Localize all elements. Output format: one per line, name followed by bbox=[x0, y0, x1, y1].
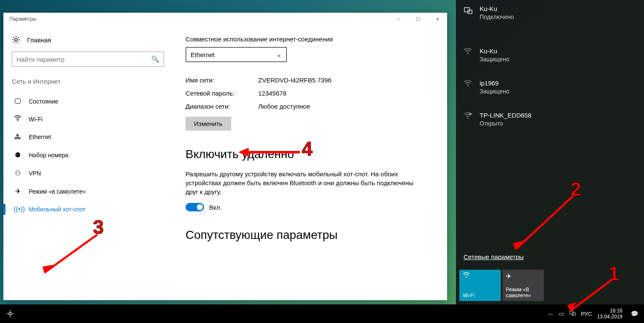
prop-key-password: Сетевой пароль: bbox=[186, 90, 258, 97]
nav-label: Wi-Fi bbox=[29, 116, 43, 123]
share-dropdown[interactable]: Ethernet ⌄ bbox=[186, 47, 287, 62]
svg-point-4 bbox=[467, 53, 469, 55]
content-pane: Совместное использование интернет-соедин… bbox=[179, 25, 447, 300]
sidebar: Главная 🔍 Сеть и Интернет 🖵 Состояние Wi… bbox=[3, 25, 179, 300]
sidebar-item-hotspot[interactable]: ((•)) Мобильный хот-спот bbox=[12, 200, 170, 218]
prop-val-name: ZVERDVD-I42RFB5 7396 bbox=[258, 77, 331, 84]
taskbar: ︿ ▭ РУС 16:16 13.04.2019 💬 bbox=[0, 304, 644, 323]
home-label: Главная bbox=[27, 36, 51, 44]
window-title: Параметры bbox=[7, 16, 36, 22]
network-item-connected[interactable]: Ku-Ku Подключено bbox=[456, 0, 644, 25]
home-link[interactable]: Главная bbox=[12, 36, 170, 44]
quick-action-airplane[interactable]: ✈ Режим «В самолете» bbox=[502, 270, 544, 301]
wifi-icon bbox=[464, 48, 473, 57]
nav-label: Набор номера bbox=[29, 152, 68, 159]
wifi-icon bbox=[14, 115, 22, 123]
chevron-down-icon: ⌄ bbox=[276, 51, 282, 58]
settings-window: Параметры ─ ☐ ✕ Главная 🔍 Сеть и Интерне… bbox=[3, 13, 447, 300]
gear-icon bbox=[6, 310, 14, 318]
network-item[interactable]: TP-LINK_EDD658 Открыто bbox=[456, 107, 644, 132]
remote-toggle[interactable] bbox=[186, 203, 204, 211]
dropdown-value: Ethernet bbox=[191, 51, 215, 58]
minimize-button[interactable]: ─ bbox=[389, 13, 408, 25]
sidebar-item-status[interactable]: 🖵 Состояние bbox=[12, 93, 170, 110]
language-indicator[interactable]: РУС bbox=[581, 311, 592, 317]
clock[interactable]: 16:16 13.04.2019 bbox=[597, 308, 622, 320]
network-status: Подключено bbox=[480, 14, 514, 20]
nav-label: Состояние bbox=[29, 98, 58, 105]
svg-point-7 bbox=[466, 276, 467, 278]
prop-val-band: Любое доступное bbox=[258, 103, 310, 110]
nav-label: Ethernet bbox=[29, 134, 51, 140]
svg-point-8 bbox=[9, 312, 11, 315]
start-button[interactable] bbox=[0, 304, 20, 323]
close-button[interactable]: ✕ bbox=[428, 13, 447, 25]
gear-icon bbox=[12, 36, 20, 44]
titlebar[interactable]: Параметры ─ ☐ ✕ bbox=[3, 13, 447, 25]
dialup-icon: ⚉ bbox=[14, 151, 22, 159]
nav-label: VPN bbox=[29, 170, 41, 177]
sidebar-item-vpn[interactable]: ⚇ VPN bbox=[12, 164, 170, 182]
network-name: Ku-Ku bbox=[480, 47, 509, 55]
nav-label: Режим «в самолете» bbox=[29, 188, 86, 195]
quick-action-wifi[interactable]: Wi-Fi bbox=[459, 270, 501, 301]
toggle-label: Вкл. bbox=[209, 204, 222, 211]
remote-desc: Разрешить другому устройству включать мо… bbox=[186, 170, 414, 196]
wifi-icon bbox=[463, 272, 497, 280]
network-item[interactable]: Ku-Ku Защищено bbox=[456, 42, 644, 68]
airplane-icon: ✈ bbox=[506, 272, 540, 280]
svg-point-0 bbox=[15, 38, 17, 41]
network-status: Защищено bbox=[480, 56, 509, 63]
search-field[interactable] bbox=[16, 56, 151, 63]
network-name: Ku-Ku bbox=[480, 5, 514, 12]
network-name: TP-LINK_EDD658 bbox=[480, 112, 532, 119]
network-name: ip1969 bbox=[480, 79, 509, 87]
airplane-icon: ✈ bbox=[14, 187, 22, 195]
action-center-icon[interactable]: 💬 bbox=[631, 310, 638, 317]
wifi-icon bbox=[464, 80, 473, 90]
network-status: Защищено bbox=[480, 88, 509, 95]
sidebar-item-ethernet[interactable]: 🖧 Ethernet bbox=[12, 128, 170, 146]
network-flyout: Ku-Ku Подключено Ku-Ku Защищено ip1969 З… bbox=[456, 0, 644, 304]
search-icon: 🔍 bbox=[151, 55, 159, 63]
prop-val-password: 12345678 bbox=[258, 90, 287, 97]
svg-point-1 bbox=[17, 120, 18, 121]
section-label: Сеть и Интернет bbox=[12, 78, 170, 85]
svg-point-6 bbox=[467, 118, 469, 119]
network-status: Открыто bbox=[480, 120, 532, 127]
maximize-button[interactable]: ☐ bbox=[408, 13, 428, 25]
tile-label: Wi-Fi bbox=[463, 293, 497, 298]
date: 13.04.2019 bbox=[597, 314, 622, 320]
network-item[interactable]: ip1969 Защищено bbox=[456, 74, 644, 100]
svg-point-5 bbox=[467, 85, 469, 87]
nav-label: Мобильный хот-спот bbox=[29, 206, 85, 213]
sidebar-item-airplane[interactable]: ✈ Режим «в самолете» bbox=[12, 182, 170, 200]
ethernet-icon: 🖧 bbox=[14, 133, 22, 141]
hotspot-icon: ((•)) bbox=[14, 205, 22, 213]
search-input[interactable]: 🔍 bbox=[12, 52, 164, 67]
status-icon: 🖵 bbox=[14, 98, 22, 105]
prop-key-band: Диапазон сети: bbox=[186, 103, 258, 110]
change-button[interactable]: Изменить bbox=[186, 117, 231, 131]
remote-title: Включить удаленно bbox=[186, 148, 434, 161]
vpn-icon: ⚇ bbox=[14, 169, 22, 177]
prop-key-name: Имя сети: bbox=[186, 77, 258, 84]
time: 16:16 bbox=[610, 308, 622, 314]
tray-chevron-icon[interactable]: ︿ bbox=[548, 310, 554, 318]
ethernet-icon bbox=[464, 6, 473, 15]
share-label: Совместное использование интернет-соедин… bbox=[186, 36, 434, 43]
network-settings-link[interactable]: Сетевые параметры bbox=[464, 253, 524, 260]
battery-icon[interactable]: ▭ bbox=[559, 310, 564, 317]
svg-rect-2 bbox=[464, 8, 469, 12]
sidebar-item-wifi[interactable]: Wi-Fi bbox=[12, 110, 170, 128]
network-tray-icon[interactable] bbox=[569, 310, 576, 318]
tile-label: Режим «В самолете» bbox=[506, 287, 540, 298]
wifi-open-icon bbox=[464, 112, 473, 122]
related-title: Сопутствующие параметры bbox=[186, 228, 434, 242]
sidebar-item-dialup[interactable]: ⚉ Набор номера bbox=[12, 146, 170, 164]
